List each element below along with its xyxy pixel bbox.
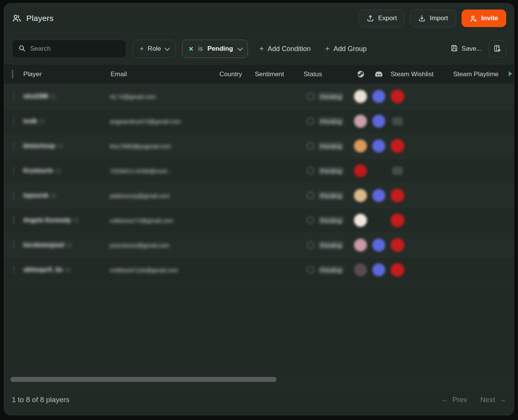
search-input[interactable] xyxy=(30,45,120,53)
player-name: nhn2398 xyxy=(23,93,110,100)
steam-avatar xyxy=(354,164,367,177)
add-group-button[interactable]: + Add Group xyxy=(325,45,367,53)
player-email: 72034CX.AX6b@mxxl... xyxy=(110,168,219,174)
table-row[interactable]: blxtschxxpthxc7890@pxgmail.comPending xyxy=(4,134,514,159)
steam-avatar-cell xyxy=(351,139,370,152)
status-circle-icon xyxy=(307,167,314,175)
row-checkbox[interactable] xyxy=(13,142,14,150)
copy-icon[interactable] xyxy=(40,119,44,123)
country-cell xyxy=(219,192,254,199)
col-sentiment[interactable]: Sentiment xyxy=(254,71,303,78)
discord-icon[interactable] xyxy=(370,70,388,79)
col-country[interactable]: Country xyxy=(219,71,254,78)
steam-icon[interactable] xyxy=(351,70,370,78)
remove-filter-icon[interactable]: ✕ xyxy=(188,45,193,53)
import-button[interactable]: Import xyxy=(410,10,456,27)
steam-avatar xyxy=(354,115,367,128)
discord-avatar xyxy=(372,139,385,152)
copy-icon[interactable] xyxy=(67,243,71,247)
table-row[interactable]: Krystxxrlx72034CX.AX6b@mxxl...Pending xyxy=(4,159,514,183)
prev-page-button[interactable]: ← Prev xyxy=(441,396,467,404)
country-cell xyxy=(219,167,254,174)
players-panel: Players Export Import xyxy=(4,3,514,415)
next-label: Next xyxy=(480,396,495,404)
table-row[interactable]: txpxxrxkpxblxvxcxp@gmail.comPending xyxy=(4,183,514,208)
role-filter-button[interactable]: + Role xyxy=(132,40,176,58)
copy-icon[interactable] xyxy=(56,169,60,173)
playtime-cell xyxy=(452,146,514,146)
steam-avatar-cell xyxy=(351,164,370,177)
row-checkbox[interactable] xyxy=(13,241,14,249)
search-box[interactable] xyxy=(12,40,126,58)
scrollbar-thumb[interactable] xyxy=(10,377,277,382)
wishlist-cell xyxy=(388,167,452,175)
country-cell xyxy=(219,266,254,273)
sentiment-cell xyxy=(254,121,303,122)
table-row[interactable]: xkhtxqxr5_tlxmxkbxxrk7y3x@gmail.comPendi… xyxy=(4,258,514,282)
copy-icon[interactable] xyxy=(58,144,63,148)
status-circle-icon xyxy=(307,266,314,274)
row-checkbox[interactable] xyxy=(13,216,14,224)
table-row[interactable]: nhn2398nk.74@gmail.comPending xyxy=(4,84,514,109)
playtime-cell xyxy=(452,270,514,270)
row-checkbox[interactable] xyxy=(13,191,14,199)
col-steam-wishlist[interactable]: Steam Wishlist xyxy=(388,71,452,78)
steam-avatar xyxy=(354,239,367,252)
discord-avatar xyxy=(372,90,385,103)
steam-avatar-cell xyxy=(351,189,370,202)
copy-icon[interactable] xyxy=(51,194,56,198)
table-row[interactable]: Angxlx Kxnnxdycxkbxxxxr72@gmail.comPendi… xyxy=(4,208,514,233)
col-player[interactable]: Player xyxy=(23,71,110,78)
import-icon xyxy=(418,14,426,22)
save-view-button[interactable]: Save... xyxy=(450,44,482,54)
filter-operator: is xyxy=(198,45,203,53)
status-cell: Pending xyxy=(303,216,351,224)
copy-icon[interactable] xyxy=(66,268,70,272)
next-page-button[interactable]: Next → xyxy=(480,396,506,404)
row-checkbox[interactable] xyxy=(13,266,14,274)
horizontal-scrollbar[interactable] xyxy=(6,377,512,382)
wishlist-indicator xyxy=(391,90,404,103)
col-steam-playtime[interactable]: Steam Playtime xyxy=(452,71,514,78)
wishlist-cell xyxy=(388,238,452,252)
status-circle-icon xyxy=(307,216,314,224)
player-email: angwandrost72@gmail.com xyxy=(110,118,219,125)
role-filter-label: Role xyxy=(148,45,161,53)
add-condition-button[interactable]: + Add Condition xyxy=(259,45,311,53)
sentiment-cell xyxy=(254,270,303,270)
select-all-checkbox[interactable] xyxy=(12,70,13,79)
export-icon xyxy=(367,14,374,22)
sort-indicator-icon xyxy=(509,71,512,77)
wishlist-indicator xyxy=(392,117,403,125)
plus-icon: + xyxy=(325,45,330,53)
filter-bar: + Role ✕ is Pending + Add Condition + Ad… xyxy=(4,34,514,64)
players-icon xyxy=(12,13,22,23)
save-icon xyxy=(450,44,458,54)
steam-avatar-cell xyxy=(351,115,370,128)
steam-avatar xyxy=(354,263,367,276)
discord-cell xyxy=(370,263,388,276)
col-email[interactable]: Email xyxy=(110,71,219,78)
country-cell xyxy=(219,118,254,125)
export-button[interactable]: Export xyxy=(359,10,405,27)
chevron-down-icon xyxy=(237,46,243,51)
column-settings-button[interactable] xyxy=(489,40,506,58)
invite-button[interactable]: Invite xyxy=(462,10,506,27)
wishlist-cell xyxy=(388,139,452,153)
status-circle-icon xyxy=(307,142,314,150)
wishlist-cell xyxy=(388,189,452,202)
copy-icon[interactable] xyxy=(51,95,55,99)
row-checkbox[interactable] xyxy=(13,167,14,175)
wishlist-indicator xyxy=(391,139,404,153)
row-checkbox[interactable] xyxy=(13,117,14,125)
copy-icon[interactable] xyxy=(74,218,78,223)
table-row[interactable]: txslkangwandrost72@gmail.comPending xyxy=(4,109,514,134)
col-status[interactable]: Status xyxy=(303,71,351,78)
table-row[interactable]: hxrxkxmxjxxdjxxxrxtxxvx@gmail.comPending xyxy=(4,233,514,258)
row-checkbox[interactable] xyxy=(13,92,14,100)
player-email: cxkbxxxxr72@gmail.com xyxy=(110,217,219,224)
player-name: hxrxkxmxjxxd xyxy=(23,242,110,248)
status-pending-filter-chip[interactable]: ✕ is Pending xyxy=(182,40,248,58)
status-cell: Pending xyxy=(303,192,351,200)
discord-cell xyxy=(370,115,388,128)
